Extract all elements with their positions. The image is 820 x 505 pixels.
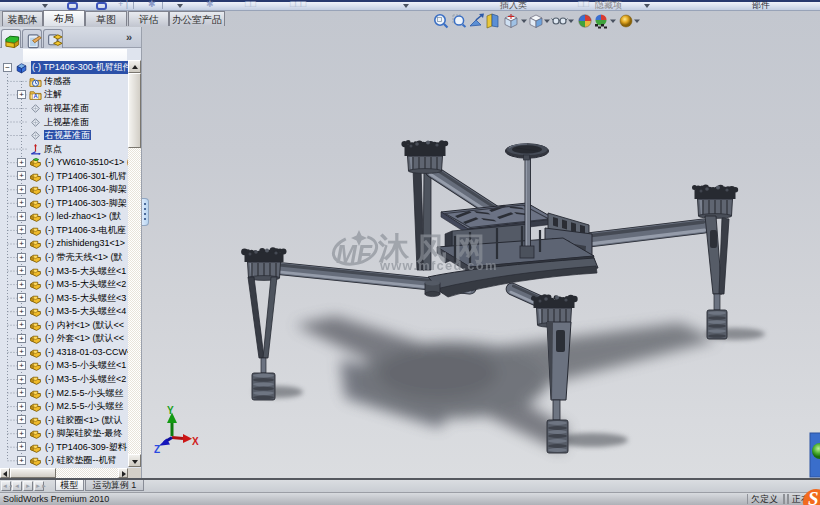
svg-text:Z: Z bbox=[154, 444, 160, 455]
svg-text:X: X bbox=[192, 436, 199, 447]
svg-text:www.mfced.com: www.mfced.com bbox=[379, 258, 498, 273]
svg-text:MF: MF bbox=[336, 240, 373, 268]
svg-text:Y: Y bbox=[167, 405, 174, 416]
